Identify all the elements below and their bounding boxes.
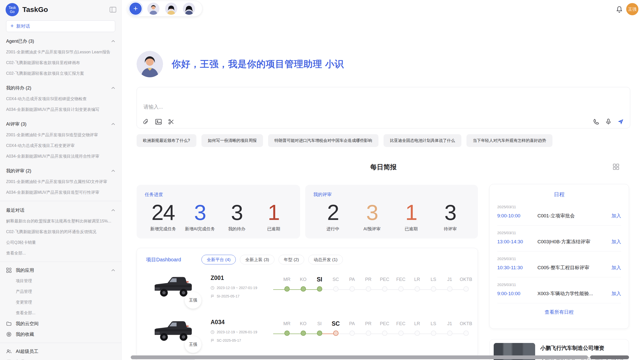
sidebar-sections: Agent已办 (3) Z001-全新燃油皮卡产品开发项目SI节点Lesson … [0, 36, 121, 198]
layout-grid-icon[interactable] [613, 164, 619, 171]
logo-text-bottom: Go [10, 10, 15, 14]
scissors-icon[interactable] [168, 118, 174, 125]
tab-year-model[interactable]: 年型 (2) [279, 255, 304, 264]
tab-all-new-platform[interactable]: 全新平台 (4) [201, 255, 236, 264]
user-avatar[interactable]: 王强 [626, 3, 638, 15]
sidebar-item-cloud-space[interactable]: 我的云空间 [0, 318, 121, 329]
phone-call-icon[interactable] [593, 118, 599, 125]
sidebar-item-change-mgmt[interactable]: 变更管理 [0, 297, 121, 308]
schedule-date: 2025/03/11 [497, 205, 621, 209]
tab-powertrain[interactable]: 动总开发 (1) [308, 255, 343, 264]
assistant-avatar-2[interactable] [165, 3, 177, 15]
section-recent-chats[interactable]: 最近对话 [6, 205, 115, 216]
message-composer[interactable] [137, 87, 630, 128]
sidebar-item[interactable]: Z001-全新燃油皮卡产品开发项目SI节点Lesson Learn报告 [6, 47, 115, 57]
microphone-icon[interactable] [605, 118, 612, 125]
join-meeting-link[interactable]: 加入 [611, 290, 621, 297]
view-all-chats-link[interactable]: 查看全部... [6, 248, 115, 259]
schedule-event-title: C003|H0B-方案冻结评审 [537, 238, 611, 245]
sidebar-item[interactable]: A034-全新新能源MUV产品开发项目法规符合性评审 [6, 151, 115, 162]
recent-chat-item[interactable]: C02-飞腾新能源轻客改款项目的闭环通告反馈情况 [6, 227, 115, 237]
help-write-label: 帮我写作 [16, 359, 34, 360]
view-all-schedule-link[interactable]: 查看所有日程 [490, 309, 629, 316]
stat-in-progress: 2 进行中 [313, 200, 353, 232]
section-my-todo[interactable]: 我的待办 (2) [6, 82, 115, 94]
schedule-date: 2025/03/11 [497, 282, 621, 287]
add-assistant-button[interactable]: + [129, 3, 142, 15]
plus-icon: + [10, 23, 14, 29]
view-all-apps-link[interactable]: 查看全部... [0, 308, 121, 318]
sidebar-item-favorites[interactable]: 我的收藏 [0, 329, 121, 340]
project-dates: 2023-12-19 ~ 2026-01-19 [217, 330, 257, 334]
sidebar-item[interactable]: A034-全新新能源MUV产品开发项目计划变更表编写 [6, 104, 115, 115]
sidebar-item-ai-employee[interactable]: AI超级员工 [0, 346, 121, 357]
schedule-title: 日程 [490, 191, 629, 198]
sidebar-item-my-apps[interactable]: 我的应用 [0, 265, 121, 276]
section-agent-done[interactable]: Agent已办 (3) [6, 36, 115, 47]
flag-icon [211, 294, 214, 298]
recent-chats: 最近对话 解释最新出台的欧盟报废车法规再生塑料比例被调至15%... C02-飞… [0, 205, 121, 259]
cloud-space-label: 我的云空间 [16, 321, 39, 327]
star-badge-icon [6, 332, 12, 337]
daily-brief-title: 每日简报 [370, 163, 397, 171]
sidebar-item[interactable]: C02-飞腾新能源轻客改款项目里程碑画布 [6, 57, 115, 68]
divider [0, 262, 121, 262]
horizontal-scrollbar-thumb[interactable] [131, 355, 588, 359]
sidebar-collapse-icon[interactable] [110, 7, 116, 12]
recent-chat-item[interactable]: 解释最新出台的欧盟报废车法规再生塑料比例被调至15%... [6, 216, 115, 227]
sidebar-item[interactable]: C0X4-动力总成开发项目SI里程碑提交物检查 [6, 94, 115, 104]
assistant-avatar-3[interactable] [183, 3, 195, 15]
project-name: Z001 [211, 275, 275, 281]
notifications-bell-icon[interactable] [616, 6, 623, 14]
sidebar-item-product-mgmt[interactable]: 产品管理 [0, 286, 121, 297]
sidebar-item[interactable]: C02-飞腾新能源轻客改款项目立项汇报方案 [6, 68, 115, 79]
recent-chat-item[interactable]: 公司Q3轻卡销量 [6, 237, 115, 248]
tab-new-body[interactable]: 全新上装 (3) [240, 255, 274, 264]
suggestion-chip[interactable]: 比亚迪全固态电池计划具体说了什么 [384, 134, 461, 147]
stat-new-ai-done: 3 新增AI完成任务 [182, 200, 218, 232]
stat-ai-prereview: 3 AI预评审 [353, 200, 392, 232]
join-meeting-link[interactable]: 加入 [611, 238, 621, 245]
project-info: A034 2023-12-19 ~ 2026-01-19 SC-2025-05-… [211, 314, 275, 342]
sidebar-item[interactable]: Z001-全新燃油轻卡产品开发项目SI节点属性5D文件评审 [6, 176, 115, 187]
suggestion-chip[interactable]: 欧洲新规最近颁布了什么? [137, 134, 196, 147]
schedule-item: 2025/03/11 13:00-14:30 C003|H0B-方案冻结评审 加… [497, 226, 621, 251]
project-row: 王强 Z001 2023-12-19 ~ 2027-01-19 SI-2025-… [137, 269, 478, 310]
clock-icon [211, 330, 214, 334]
new-chat-button[interactable]: + 新对话 [6, 20, 115, 32]
join-meeting-link[interactable]: 加入 [611, 213, 621, 219]
stat-pending-review: 3 待评审 [431, 200, 470, 232]
section-my-review[interactable]: 我的评审 (2) [6, 165, 115, 176]
greeting-block: 你好，王强，我是你的项目管理助理 小识 [137, 51, 344, 77]
folder-icon [6, 321, 12, 326]
daily-brief-header: 每日简报 [137, 163, 630, 172]
sidebar-item[interactable]: A034-全新新能源MUV产品开发项目造型可行性评审 [6, 187, 115, 198]
message-input[interactable] [143, 104, 449, 110]
user-name: 王强 [628, 6, 637, 12]
attachment-icon[interactable] [142, 118, 149, 125]
chevron-up-icon [111, 170, 115, 172]
project-info: Z001 2023-12-19 ~ 2027-01-19 SI-2025-05-… [211, 269, 275, 298]
assistant-avatar-1[interactable] [147, 3, 159, 15]
schedule-time: 13:00-14:30 [497, 239, 537, 245]
sidebar-item-help-write[interactable]: 帮我写作 [0, 357, 121, 360]
chevron-up-icon [111, 87, 115, 89]
sidebar-item[interactable]: Z001-全新燃油轻卡产品开发项目SI造型提交物评审 [6, 130, 115, 140]
sidebar-item-project-mgmt[interactable]: 项目管理 [0, 276, 121, 286]
send-icon[interactable] [617, 118, 624, 125]
dashboard-title: 项目Dashboard [146, 256, 181, 263]
project-dashboard-card: 项目Dashboard 全新平台 (4) 全新上装 (3) 年型 (2) 动总开… [137, 248, 478, 360]
suggestion-chip[interactable]: 如何写一份清晰的项目周报 [201, 134, 263, 147]
app-window: Task Go TaskGo + 新对话 Agent已办 (3) Z001-全新… [0, 0, 644, 360]
assistant-avatar-large [137, 51, 163, 77]
suggestion-chip[interactable]: 特朗普可能对进口汽车增税会对中国车企造成哪些影响 [268, 134, 378, 147]
join-meeting-link[interactable]: 加入 [611, 264, 621, 271]
composer-right-icons [593, 118, 624, 125]
image-upload-icon[interactable] [155, 118, 162, 125]
section-ai-review[interactable]: AI评审 (3) [6, 118, 115, 130]
sidebar-item[interactable]: C0X4-动力总成开发项目工程变更评审 [6, 140, 115, 151]
horizontal-scrollbar-thumb-right[interactable] [590, 355, 629, 359]
suggestion-chip[interactable]: 当下年轻人对汽车外观有怎样的喜好趋势 [466, 134, 552, 147]
stat-my-todo: 3 我的待办 [218, 200, 255, 232]
project-name: A034 [211, 319, 275, 326]
